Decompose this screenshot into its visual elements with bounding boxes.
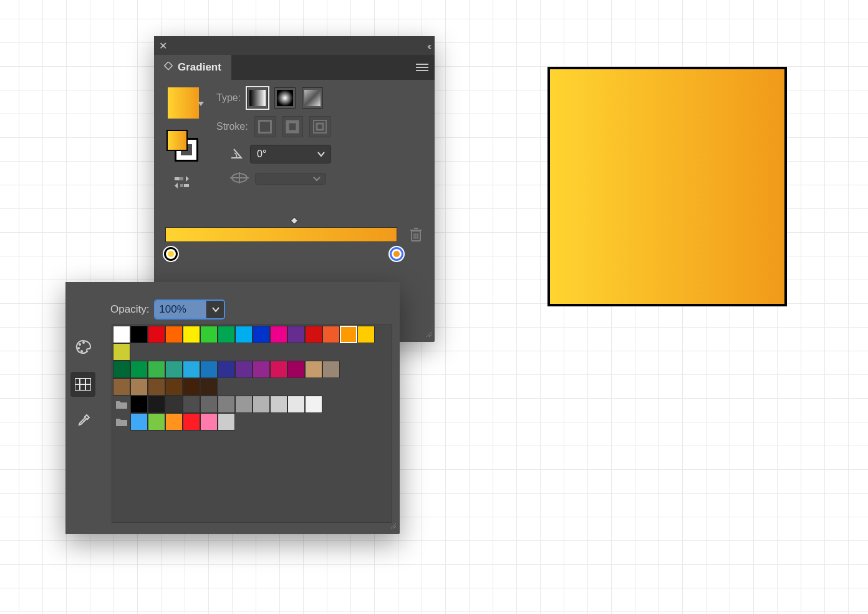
gradient-stop-end[interactable] bbox=[390, 247, 403, 261]
swatch[interactable] bbox=[287, 361, 305, 378]
swatch[interactable] bbox=[287, 326, 305, 343]
swatch[interactable] bbox=[340, 326, 357, 343]
gradient-stop-start[interactable] bbox=[164, 247, 178, 261]
svg-marker-6 bbox=[186, 176, 189, 182]
swatch[interactable] bbox=[322, 326, 340, 343]
swatches-tab[interactable] bbox=[70, 372, 95, 397]
swatch[interactable] bbox=[253, 396, 270, 413]
swatch[interactable] bbox=[218, 413, 235, 431]
swatch[interactable] bbox=[130, 378, 148, 396]
folder-icon[interactable] bbox=[113, 396, 130, 413]
swatch[interactable] bbox=[235, 396, 253, 413]
popup-resize-icon[interactable] bbox=[389, 521, 397, 531]
swatch[interactable] bbox=[357, 326, 375, 343]
opacity-dropdown-icon[interactable] bbox=[206, 301, 224, 318]
swatch[interactable] bbox=[183, 396, 200, 413]
swatch[interactable] bbox=[183, 361, 200, 378]
swatch[interactable] bbox=[305, 396, 322, 413]
swatch[interactable] bbox=[148, 361, 165, 378]
type-linear-button[interactable] bbox=[247, 87, 268, 109]
gradient-slider[interactable] bbox=[165, 227, 423, 242]
folder-icon[interactable] bbox=[113, 413, 130, 431]
aspect-ratio-input bbox=[255, 173, 326, 185]
trash-icon[interactable] bbox=[410, 227, 422, 244]
chevron-down-icon[interactable] bbox=[317, 149, 326, 159]
swatch[interactable] bbox=[130, 396, 148, 413]
swatch[interactable] bbox=[305, 326, 322, 343]
swatch[interactable] bbox=[165, 378, 183, 396]
swatch[interactable] bbox=[270, 326, 287, 343]
swatch[interactable] bbox=[253, 326, 270, 343]
swatch[interactable] bbox=[165, 361, 183, 378]
swatch[interactable] bbox=[200, 326, 218, 343]
swatch[interactable] bbox=[200, 413, 218, 431]
swatch[interactable] bbox=[270, 396, 287, 413]
swatch[interactable] bbox=[130, 326, 148, 343]
swatch[interactable] bbox=[148, 378, 165, 396]
type-freeform-button[interactable] bbox=[302, 87, 323, 109]
gradient-preview[interactable] bbox=[168, 87, 199, 119]
swatch[interactable] bbox=[183, 326, 200, 343]
svg-rect-0 bbox=[165, 62, 173, 70]
swatch[interactable] bbox=[165, 396, 183, 413]
swatch[interactable] bbox=[130, 361, 148, 378]
swatch[interactable] bbox=[113, 343, 130, 361]
swatch[interactable] bbox=[270, 361, 287, 378]
swatch[interactable] bbox=[148, 326, 165, 343]
fill-stroke-toggle[interactable] bbox=[168, 131, 199, 162]
svg-rect-15 bbox=[287, 122, 297, 132]
color-mixer-tab[interactable] bbox=[70, 334, 95, 359]
swatch[interactable] bbox=[113, 361, 130, 378]
swatch[interactable] bbox=[287, 396, 305, 413]
swatch[interactable] bbox=[200, 396, 218, 413]
svg-rect-17 bbox=[317, 124, 323, 130]
tab-gradient[interactable]: Gradient bbox=[154, 55, 231, 80]
opacity-control[interactable] bbox=[154, 300, 225, 319]
eyedropper-tab[interactable] bbox=[70, 409, 95, 434]
collapse-icon[interactable]: ‹‹ bbox=[427, 41, 430, 51]
panel-resize-icon[interactable] bbox=[425, 329, 432, 339]
swatch[interactable] bbox=[218, 361, 235, 378]
gradient-preset-dropdown-icon[interactable] bbox=[198, 99, 204, 109]
swatch[interactable] bbox=[305, 361, 322, 378]
stroke-mode-along-button[interactable] bbox=[282, 116, 303, 137]
rectangle-shape[interactable] bbox=[547, 67, 787, 306]
stroke-mode-within-button[interactable] bbox=[254, 116, 276, 137]
swatch[interactable] bbox=[183, 378, 200, 396]
stroke-mode-across-button[interactable] bbox=[309, 116, 330, 137]
type-label: Type: bbox=[216, 92, 241, 104]
svg-point-32 bbox=[82, 341, 85, 344]
swatch[interactable] bbox=[322, 361, 340, 378]
type-radial-button[interactable] bbox=[274, 87, 296, 109]
panel-menu-icon[interactable] bbox=[416, 63, 428, 72]
swatch[interactable] bbox=[113, 378, 130, 396]
close-icon[interactable]: ✕ bbox=[159, 40, 167, 52]
swatch[interactable] bbox=[165, 326, 183, 343]
opacity-input[interactable] bbox=[155, 301, 206, 318]
swatch[interactable] bbox=[148, 396, 165, 413]
swatch[interactable] bbox=[113, 326, 130, 343]
swatch[interactable] bbox=[235, 326, 253, 343]
gradient-bar[interactable] bbox=[165, 227, 397, 242]
fill-swatch[interactable] bbox=[168, 131, 186, 150]
gradient-tab-icon bbox=[164, 61, 173, 74]
swatch[interactable] bbox=[218, 326, 235, 343]
gradient-midpoint-icon[interactable] bbox=[290, 217, 299, 228]
swatch[interactable] bbox=[200, 378, 218, 396]
swatch[interactable] bbox=[183, 413, 200, 431]
svg-marker-7 bbox=[175, 183, 178, 188]
swatch[interactable] bbox=[148, 413, 165, 431]
swatch[interactable] bbox=[253, 361, 270, 378]
swatch[interactable] bbox=[235, 361, 253, 378]
reverse-gradient-icon[interactable] bbox=[175, 176, 192, 190]
swatch[interactable] bbox=[200, 361, 218, 378]
svg-rect-11 bbox=[249, 90, 266, 106]
swatch-row bbox=[113, 378, 391, 396]
swatch[interactable] bbox=[130, 413, 148, 431]
swatch-row bbox=[113, 361, 391, 378]
panel-titlebar[interactable]: ✕ ‹‹ bbox=[154, 36, 435, 55]
swatch[interactable] bbox=[165, 413, 183, 431]
swatch[interactable] bbox=[218, 396, 235, 413]
angle-field[interactable] bbox=[256, 148, 287, 160]
angle-input[interactable] bbox=[250, 145, 331, 163]
